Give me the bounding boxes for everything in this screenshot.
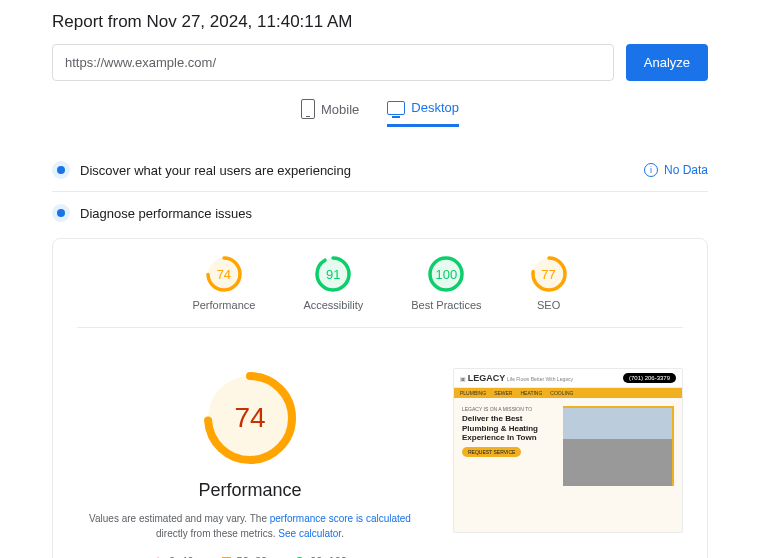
diagnose-title: Diagnose performance issues	[80, 206, 708, 221]
report-title: Report from Nov 27, 2024, 11:40:11 AM	[52, 12, 708, 32]
preview-logo: LEGACY	[468, 373, 506, 383]
gauge-label: SEO	[530, 299, 568, 311]
preview-headline: Deliver the Best Plumbing & Heating Expe…	[462, 414, 557, 443]
gauge-performance[interactable]: 74 Performance	[192, 255, 255, 311]
discover-section: Discover what your real users are experi…	[52, 149, 708, 192]
gauge-accessibility[interactable]: 91 Accessibility	[303, 255, 363, 311]
performance-gauge-large: 74	[200, 368, 300, 468]
calculator-link[interactable]: See calculator	[278, 528, 341, 539]
tab-desktop-label: Desktop	[411, 100, 459, 115]
gauge-label: Best Practices	[411, 299, 481, 311]
perf-score-link[interactable]: performance score is calculated	[270, 513, 411, 524]
gauge-score: 91	[314, 255, 352, 293]
info-icon: i	[644, 163, 658, 177]
preview-nav: PLUMBINGSEWERHEATINGCOOLING	[454, 388, 682, 398]
report-card: 74 Performance 91 Accessibility 100 Best…	[52, 238, 708, 558]
preview-phone: (701) 206-3379	[623, 373, 676, 383]
pulse-icon	[52, 161, 70, 179]
analyze-button[interactable]: Analyze	[626, 44, 708, 81]
gauge-score: 77	[530, 255, 568, 293]
performance-title: Performance	[77, 480, 423, 501]
url-input[interactable]	[52, 44, 614, 81]
preview-cta: REQUEST SERVICE	[462, 447, 521, 457]
search-row: Analyze	[52, 44, 708, 81]
gauge-label: Accessibility	[303, 299, 363, 311]
gauge-score: 100	[427, 255, 465, 293]
site-preview: ▣ LEGACY Life Flows Better With Legacy (…	[453, 368, 683, 533]
tab-mobile[interactable]: Mobile	[301, 99, 359, 127]
tab-desktop[interactable]: Desktop	[387, 99, 459, 127]
gauge-best-practices[interactable]: 100 Best Practices	[411, 255, 481, 311]
preview-image	[563, 406, 674, 486]
performance-description: Values are estimated and may vary. The p…	[77, 511, 423, 541]
no-data-label: No Data	[664, 163, 708, 177]
tab-mobile-label: Mobile	[321, 102, 359, 117]
target-icon	[52, 204, 70, 222]
mobile-icon	[301, 99, 315, 119]
no-data-link[interactable]: i No Data	[644, 163, 708, 177]
gauge-label: Performance	[192, 299, 255, 311]
discover-title: Discover what your real users are experi…	[80, 163, 634, 178]
desktop-icon	[387, 101, 405, 115]
performance-score-large: 74	[200, 368, 300, 468]
gauge-seo[interactable]: 77 SEO	[530, 255, 568, 311]
gauge-score: 74	[205, 255, 243, 293]
gauge-row: 74 Performance 91 Accessibility 100 Best…	[77, 255, 683, 328]
performance-column: 74 Performance Values are estimated and …	[77, 368, 423, 558]
diagnose-section: Diagnose performance issues	[52, 192, 708, 234]
main-row: 74 Performance Values are estimated and …	[77, 368, 683, 558]
device-tabs: Mobile Desktop	[52, 99, 708, 127]
